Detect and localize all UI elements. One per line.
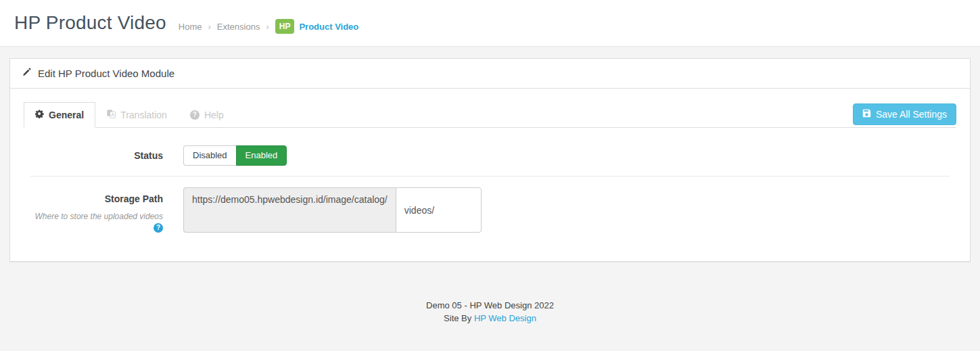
- save-all-settings-button[interactable]: Save All Settings: [853, 103, 956, 125]
- floppy-disk-icon: [862, 109, 871, 120]
- svg-text:A: A: [111, 112, 114, 117]
- question-circle-icon: ?: [190, 110, 200, 120]
- breadcrumb-product-video[interactable]: Product Video: [299, 22, 358, 32]
- tab-list: General A Translation ?: [24, 102, 235, 127]
- footer-site-by-link[interactable]: HP Web Design: [474, 313, 536, 323]
- breadcrumb-extensions[interactable]: Extensions: [217, 22, 260, 32]
- page-header: HP Product Video Home › Extensions › HP …: [0, 0, 980, 47]
- content-area: Edit HP Product Video Module General: [0, 47, 980, 325]
- page-title: HP Product Video: [14, 12, 166, 34]
- tab-general-label: General: [49, 110, 84, 120]
- hp-badge: HP: [275, 19, 295, 34]
- tab-translation-label: Translation: [120, 110, 167, 120]
- panel-body: General A Translation ?: [10, 89, 970, 261]
- tab-help[interactable]: ? Help: [179, 102, 235, 128]
- module-settings-form: Status Disabled Enabled Storage Path Whe…: [24, 128, 956, 248]
- status-disabled-button[interactable]: Disabled: [183, 145, 236, 166]
- status-toggle-group: Disabled Enabled: [183, 145, 287, 166]
- storage-path-input[interactable]: [396, 187, 482, 233]
- breadcrumb-home[interactable]: Home: [179, 22, 202, 32]
- breadcrumb-separator: ›: [266, 22, 269, 32]
- page-footer: Demo 05 - HP Web Design 2022 Site By HP …: [9, 299, 971, 325]
- tab-help-label: Help: [204, 110, 224, 120]
- status-label: Status: [134, 150, 163, 161]
- status-form-row: Status Disabled Enabled: [30, 145, 950, 177]
- tab-bar: General A Translation ?: [24, 102, 956, 128]
- storage-path-help-text: Where to store the uploaded videos?: [30, 212, 163, 233]
- panel-heading-title: Edit HP Product Video Module: [38, 68, 174, 79]
- storage-path-prefix: https://demo05.hpwebdesign.id/image/cata…: [183, 187, 396, 233]
- breadcrumb-separator: ›: [208, 22, 210, 32]
- footer-site-by-text: Site By: [444, 313, 474, 323]
- panel-heading: Edit HP Product Video Module: [10, 59, 970, 89]
- gear-icon: [35, 110, 44, 120]
- help-tooltip-icon: ?: [154, 223, 163, 233]
- storage-path-form-row: Storage Path Where to store the uploaded…: [30, 177, 950, 233]
- tab-general[interactable]: General: [24, 102, 95, 128]
- breadcrumb: Home › Extensions › HP Product Video: [179, 19, 359, 34]
- storage-path-input-group: https://demo05.hpwebdesign.id/image/cata…: [183, 187, 482, 233]
- status-enabled-button[interactable]: Enabled: [236, 145, 287, 166]
- edit-module-panel: Edit HP Product Video Module General: [9, 58, 971, 262]
- footer-copyright: Demo 05 - HP Web Design 2022: [9, 299, 971, 312]
- save-all-settings-label: Save All Settings: [876, 109, 947, 120]
- pencil-icon: [22, 68, 31, 79]
- tab-translation[interactable]: A Translation: [95, 102, 179, 128]
- storage-path-label: Storage Path: [105, 187, 163, 204]
- translation-icon: A: [107, 110, 116, 120]
